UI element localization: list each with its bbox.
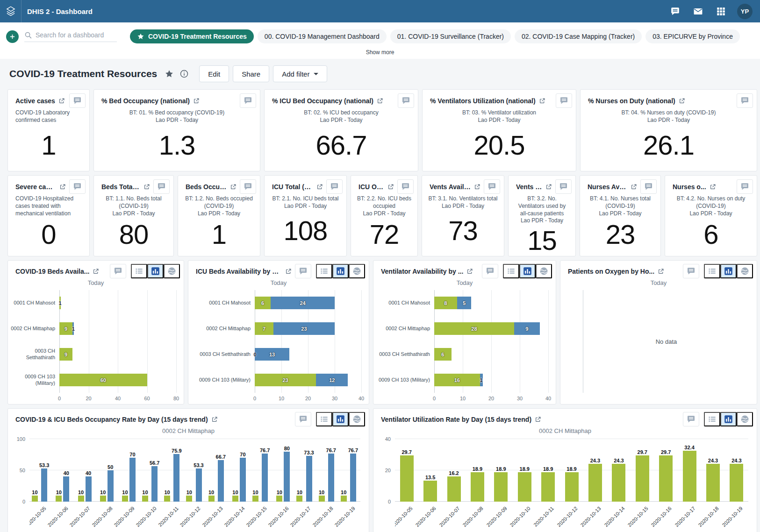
comment-button[interactable] xyxy=(737,93,753,108)
axis-tick-label: 20 xyxy=(86,396,91,401)
star-icon[interactable] xyxy=(165,69,174,78)
open-in-app-icon[interactable] xyxy=(316,184,323,190)
open-in-app-icon[interactable] xyxy=(679,98,685,104)
open-in-app-icon[interactable] xyxy=(535,416,541,423)
view-as-map-button[interactable] xyxy=(737,264,753,278)
view-as-table-button[interactable] xyxy=(503,264,519,278)
comment-button[interactable] xyxy=(398,93,414,108)
dashboard-chip[interactable]: COVID-19 Treatment Resources xyxy=(130,29,254,43)
info-icon[interactable] xyxy=(179,69,189,78)
comment-button[interactable] xyxy=(737,179,753,194)
search-input[interactable] xyxy=(36,31,110,39)
chart-card-title: Ventilator Utilization Rate by Day (15 d… xyxy=(381,416,531,423)
chart-card-header: Patients on Oxygen by Ho... xyxy=(560,261,757,278)
comment-button[interactable] xyxy=(153,179,170,194)
bar-value-label: 10 xyxy=(122,489,128,495)
gridline xyxy=(361,290,362,393)
view-as-table-button[interactable] xyxy=(316,412,332,426)
view-as-map-button[interactable] xyxy=(737,412,753,426)
view-as-chart-button[interactable] xyxy=(519,264,536,278)
dashboard-chip[interactable]: 02. COVID-19 Case Mapping (Tracker) xyxy=(515,29,642,43)
new-dashboard-button[interactable] xyxy=(6,30,19,43)
open-in-app-icon[interactable] xyxy=(658,268,664,275)
view-as-table-button[interactable] xyxy=(704,264,720,278)
comment-button[interactable] xyxy=(326,179,343,194)
open-in-app-icon[interactable] xyxy=(230,184,237,190)
show-more-link[interactable]: Show more xyxy=(0,47,760,59)
open-in-app-icon[interactable] xyxy=(211,416,218,423)
open-in-app-icon[interactable] xyxy=(58,98,65,104)
view-as-chart-button[interactable] xyxy=(720,412,737,426)
comment-button[interactable] xyxy=(640,179,657,194)
open-in-app-icon[interactable] xyxy=(93,268,99,275)
view-as-map-button[interactable] xyxy=(349,264,365,278)
bar-value-label: 13 xyxy=(269,352,275,357)
view-as-table-button[interactable] xyxy=(131,264,147,278)
comment-button[interactable] xyxy=(240,179,256,194)
comment-button[interactable] xyxy=(555,179,572,194)
messages-icon[interactable] xyxy=(693,7,703,16)
interpretations-icon[interactable] xyxy=(670,7,680,16)
chart-subtitle: Today xyxy=(373,278,556,286)
comment-button[interactable] xyxy=(110,264,126,278)
comment-button[interactable] xyxy=(397,179,414,194)
dhis2-logo-icon[interactable] xyxy=(0,0,22,22)
comment-button[interactable] xyxy=(69,93,86,108)
open-in-app-icon[interactable] xyxy=(143,184,150,190)
category-label: 2020-10-10 xyxy=(509,505,531,528)
open-in-app-icon[interactable] xyxy=(59,184,66,190)
metric-card-subtitle-line: Lao PDR - Today xyxy=(357,210,412,218)
dashboard-chip[interactable]: 00. COVID-19 Management Dashboard xyxy=(258,29,387,43)
view-as-chart-button[interactable] xyxy=(720,264,737,278)
avatar[interactable]: YP xyxy=(737,4,753,19)
comment-button[interactable] xyxy=(295,264,311,278)
chart-row-1: COVID-19 Beds Availa...Today0001 CH Maho… xyxy=(7,260,757,404)
open-in-app-icon[interactable] xyxy=(545,184,552,190)
metric-card-subtitle-line: BT: 02. % ICU bed occupancy xyxy=(270,109,412,117)
axis-tick-label: 30 xyxy=(332,396,337,401)
bar-row: 013 xyxy=(255,341,361,367)
bar-value-label: 0 xyxy=(254,352,257,357)
bar-with-label: 70 xyxy=(129,439,136,502)
open-in-app-icon[interactable] xyxy=(377,98,383,104)
view-as-map-button[interactable] xyxy=(349,412,365,426)
bar-segment: 6 xyxy=(255,297,271,309)
comment-button[interactable] xyxy=(482,264,498,278)
apps-grid-icon[interactable] xyxy=(716,7,726,16)
view-as-table-button[interactable] xyxy=(316,264,332,278)
open-in-app-icon[interactable] xyxy=(387,184,394,190)
add-filter-button[interactable]: Add filter xyxy=(273,65,327,82)
bar xyxy=(196,468,202,502)
bar-column-group: 18.9 xyxy=(513,439,536,502)
dashboard-chip[interactable]: 01. COVID-19 Surveillance (Tracker) xyxy=(390,29,511,43)
chart-plot-area: No data xyxy=(560,286,757,404)
open-in-app-icon[interactable] xyxy=(474,184,480,190)
comment-button[interactable] xyxy=(683,264,699,278)
comment-button[interactable] xyxy=(484,179,500,194)
open-in-app-icon[interactable] xyxy=(285,268,292,275)
comment-button[interactable] xyxy=(556,93,572,108)
view-as-chart-button[interactable] xyxy=(332,412,349,426)
dashboard-chip[interactable]: 03. EPICURVE by Province xyxy=(645,29,740,43)
open-in-app-icon[interactable] xyxy=(193,98,200,104)
view-as-chart-button[interactable] xyxy=(332,264,349,278)
open-in-app-icon[interactable] xyxy=(539,98,545,104)
view-as-table-button[interactable] xyxy=(704,412,720,426)
share-button[interactable]: Share xyxy=(233,65,269,82)
category-label: 2020-10-10 xyxy=(135,505,157,528)
comment-button[interactable] xyxy=(295,412,311,426)
metric-card-subtitle: BT: 3.2. No. Ventilators used by all-cau… xyxy=(509,194,575,225)
plot: 0501001053.310401040105010701056.71075.9… xyxy=(29,439,360,502)
comment-button[interactable] xyxy=(69,179,86,194)
open-in-app-icon[interactable] xyxy=(710,184,716,190)
view-as-map-button[interactable] xyxy=(164,264,180,278)
view-as-chart-button[interactable] xyxy=(147,264,164,278)
edit-button[interactable]: Edit xyxy=(199,65,229,82)
open-in-app-icon[interactable] xyxy=(466,268,473,275)
plot-column: 6247230132312010203040 xyxy=(255,290,361,402)
bar-column-group: 18.9 xyxy=(466,439,489,502)
comment-button[interactable] xyxy=(683,412,699,426)
view-as-map-button[interactable] xyxy=(536,264,552,278)
open-in-app-icon[interactable] xyxy=(631,184,637,190)
comment-button[interactable] xyxy=(240,93,256,108)
